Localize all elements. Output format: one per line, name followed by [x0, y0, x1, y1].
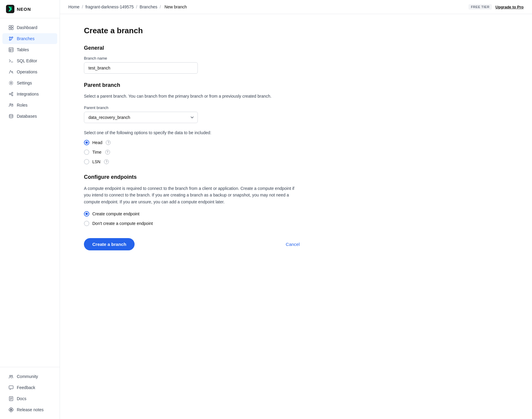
integrations-icon: [8, 91, 14, 97]
svg-point-12: [10, 82, 12, 84]
lsn-help-icon[interactable]: ?: [104, 159, 109, 164]
tables-icon: [8, 47, 14, 52]
sidebar-item-branches[interactable]: Branches: [2, 33, 57, 44]
svg-point-14: [12, 92, 13, 93]
radio-head-dot: [85, 141, 88, 144]
svg-point-19: [10, 375, 11, 376]
parent-branch-description: Select a parent branch. You can branch f…: [84, 93, 312, 99]
sidebar-item-feedback[interactable]: Feedback: [2, 382, 57, 393]
radio-create-endpoint-circle: [84, 211, 89, 217]
page-content: Create a branch General Branch name Pare…: [60, 14, 330, 419]
branch-name-input[interactable]: [84, 62, 198, 74]
parent-branch-section: Parent branch Select a parent branch. Yo…: [84, 82, 312, 164]
svg-point-17: [12, 104, 13, 105]
svg-rect-4: [11, 28, 13, 30]
sidebar-item-integrations[interactable]: Integrations: [2, 89, 57, 99]
svg-rect-27: [11, 409, 13, 411]
radio-no-endpoint-circle: [84, 221, 89, 226]
sidebar-bottom: Community Feedback Docs Release notes: [0, 367, 60, 419]
sidebar-item-tables[interactable]: Tables: [2, 44, 57, 55]
svg-point-7: [9, 39, 10, 40]
radio-create-endpoint[interactable]: Create compute endpoint: [84, 211, 312, 217]
free-tier-badge: FREE TIER: [468, 4, 492, 10]
radio-time-label: Time: [92, 150, 102, 155]
svg-rect-8: [9, 48, 13, 52]
sidebar-item-databases[interactable]: Databases: [2, 111, 57, 122]
sidebar-item-label-community: Community: [17, 374, 38, 379]
svg-rect-28: [10, 408, 12, 409]
dashboard-icon: [8, 25, 14, 30]
parent-branch-section-title: Parent branch: [84, 82, 312, 88]
svg-point-18: [9, 114, 13, 116]
head-help-icon[interactable]: ?: [106, 140, 111, 145]
radio-lsn[interactable]: LSN ?: [84, 159, 312, 164]
neon-logo-icon: [6, 5, 14, 13]
radio-time[interactable]: Time ?: [84, 149, 312, 155]
sidebar-item-community[interactable]: Community: [2, 371, 57, 382]
breadcrumb-branches[interactable]: Branches: [140, 4, 157, 9]
breadcrumb-home[interactable]: Home: [68, 4, 79, 9]
sql-editor-icon: [8, 58, 14, 63]
create-branch-button[interactable]: Create a branch: [84, 238, 135, 250]
sidebar-item-label-operations: Operations: [17, 69, 37, 74]
radio-create-endpoint-label: Create compute endpoint: [92, 211, 139, 216]
svg-point-16: [10, 104, 11, 105]
svg-point-15: [12, 95, 13, 96]
sidebar-item-operations[interactable]: Operations: [2, 66, 57, 77]
branches-icon: [8, 36, 14, 41]
configure-endpoints-desc: A compute endpoint is required to connec…: [84, 185, 300, 205]
topbar: Home / fragrant-darkness-149575 / Branch…: [60, 0, 532, 14]
radio-no-endpoint[interactable]: Don't create a compute endpoint: [84, 221, 312, 226]
feedback-icon: [8, 385, 14, 390]
radio-head[interactable]: Head ?: [84, 140, 312, 145]
sidebar-item-docs[interactable]: Docs: [2, 393, 57, 404]
breadcrumb: Home / fragrant-darkness-149575 / Branch…: [68, 4, 188, 9]
time-help-icon[interactable]: ?: [105, 150, 110, 155]
parent-branch-label: Parent branch: [84, 105, 312, 110]
sidebar-item-label-databases: Databases: [17, 114, 37, 119]
docs-icon: [8, 396, 14, 401]
sidebar-item-label-tables: Tables: [17, 47, 29, 52]
sidebar-item-label-sql-editor: SQL Editor: [17, 58, 37, 63]
configure-endpoints-title: Configure endpoints: [84, 174, 312, 180]
release-notes-icon: [8, 407, 14, 412]
topbar-right: FREE TIER Upgrade to Pro: [468, 4, 524, 10]
data-radio-group: Head ? Time ? LSN ?: [84, 140, 312, 164]
svg-rect-3: [9, 28, 11, 30]
svg-rect-26: [9, 409, 11, 411]
radio-create-endpoint-dot: [85, 213, 88, 215]
cancel-button[interactable]: Cancel: [286, 242, 300, 247]
logo-text: NEON: [17, 7, 31, 12]
radio-head-circle: [84, 140, 89, 145]
roles-icon: [8, 102, 14, 108]
sidebar-item-label-integrations: Integrations: [17, 92, 39, 96]
svg-rect-2: [11, 25, 13, 27]
sidebar-item-dashboard[interactable]: Dashboard: [2, 22, 57, 33]
general-section: General Branch name: [84, 45, 312, 74]
main-area: Home / fragrant-darkness-149575 / Branch…: [60, 0, 532, 419]
sidebar-item-label-release-notes: Release notes: [17, 407, 44, 412]
breadcrumb-current: New branch: [165, 4, 187, 9]
svg-point-5: [9, 37, 10, 38]
sidebar-item-settings[interactable]: Settings: [2, 78, 57, 88]
sidebar-item-release-notes[interactable]: Release notes: [2, 404, 57, 415]
sidebar: NEON Dashboard Branches Tables: [0, 0, 60, 419]
parent-branch-select[interactable]: data_recovery_branch main: [84, 112, 198, 123]
sidebar-nav: Dashboard Branches Tables SQL Editor: [0, 18, 60, 367]
radio-head-label: Head: [92, 140, 102, 145]
settings-icon: [8, 80, 14, 86]
breadcrumb-project[interactable]: fragrant-darkness-149575: [85, 4, 134, 9]
page-title: Create a branch: [84, 26, 312, 35]
general-section-title: General: [84, 45, 312, 51]
form-actions: Create a branch Cancel: [84, 238, 300, 250]
sidebar-item-roles[interactable]: Roles: [2, 100, 57, 111]
upgrade-to-pro-link[interactable]: Upgrade to Pro: [495, 5, 524, 9]
svg-rect-21: [9, 386, 13, 389]
operations-icon: [8, 69, 14, 75]
sidebar-item-label-feedback: Feedback: [17, 385, 35, 390]
svg-rect-29: [10, 410, 12, 412]
sidebar-item-label-docs: Docs: [17, 396, 26, 401]
svg-point-13: [9, 93, 10, 95]
radio-time-circle: [84, 149, 89, 155]
sidebar-item-sql-editor[interactable]: SQL Editor: [2, 55, 57, 66]
